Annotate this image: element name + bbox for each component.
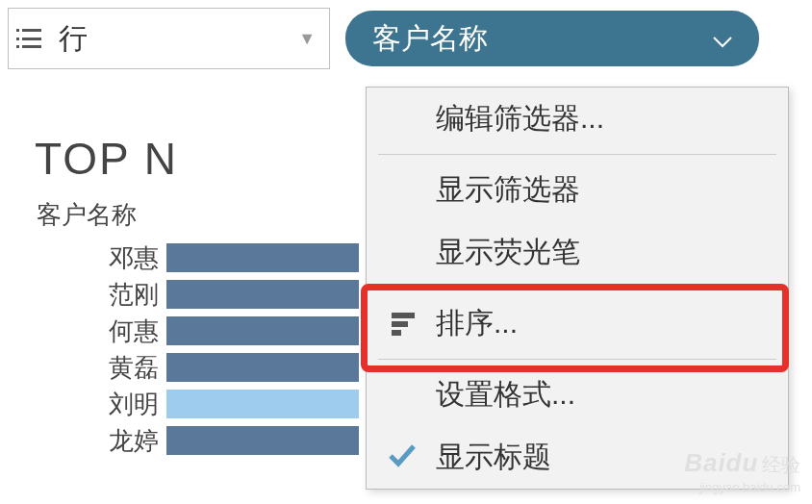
bar (166, 280, 359, 309)
chart-panel: TOP N 客户名称 邓惠范刚何惠黄磊刘明龙婷 (8, 115, 373, 459)
axis-label: 客户名称 (8, 194, 373, 239)
bar (166, 353, 359, 382)
chevron-down-icon[interactable] (713, 22, 732, 55)
bar-label: 黄磊 (8, 351, 166, 385)
bar-label: 范刚 (8, 278, 166, 312)
bar-label: 龙婷 (8, 424, 166, 458)
bar-row[interactable]: 龙婷 (8, 422, 373, 459)
field-pill-customer-name[interactable]: 客户名称 (345, 11, 759, 66)
menu-format[interactable]: 设置格式... (367, 364, 788, 426)
bar-row[interactable]: 刘明 (8, 386, 373, 422)
watermark: Baidu 经验 jingyan.baidu.com (684, 447, 800, 496)
menu-separator (378, 154, 776, 155)
bar-row[interactable]: 邓惠 (8, 239, 373, 276)
list-icon (22, 29, 45, 48)
menu-item-label: 设置格式... (436, 375, 575, 415)
check-icon (388, 441, 417, 474)
bar-row[interactable]: 何惠 (8, 313, 373, 349)
chart-title: TOP N (8, 115, 373, 194)
menu-item-label: 显示荧光笔 (436, 233, 580, 272)
pill-label: 客户名称 (372, 19, 488, 59)
menu-item-label: 显示筛选器 (436, 170, 580, 210)
menu-show-filter[interactable]: 显示筛选器 (367, 159, 788, 221)
bar (166, 426, 359, 455)
watermark-brand-cn: 经验 (762, 454, 800, 475)
menu-item-label: 显示标题 (436, 438, 551, 477)
bar (166, 243, 359, 272)
menu-edit-filter[interactable]: 编辑筛选器... (367, 88, 788, 150)
bar (166, 390, 359, 418)
bar-row[interactable]: 黄磊 (8, 349, 373, 386)
rows-shelf[interactable]: 行 ▼ (8, 8, 330, 69)
bar-row[interactable]: 范刚 (8, 276, 373, 313)
toolbar: 行 ▼ 客户名称 (0, 0, 812, 77)
bar-label: 刘明 (8, 388, 166, 421)
bar-label: 何惠 (8, 315, 166, 348)
chevron-down-icon: ▼ (298, 29, 316, 49)
annotation-highlight-box (361, 284, 789, 372)
watermark-brand: Baidu (684, 448, 758, 477)
menu-item-label: 编辑筛选器... (436, 99, 604, 139)
bar-chart: 邓惠范刚何惠黄磊刘明龙婷 (8, 239, 373, 459)
watermark-url: jingyan.baidu.com (684, 480, 800, 496)
bar (166, 316, 359, 345)
menu-show-highlighter[interactable]: 显示荧光笔 (367, 221, 788, 284)
bar-label: 邓惠 (8, 241, 166, 275)
rows-label: 行 (59, 19, 88, 59)
